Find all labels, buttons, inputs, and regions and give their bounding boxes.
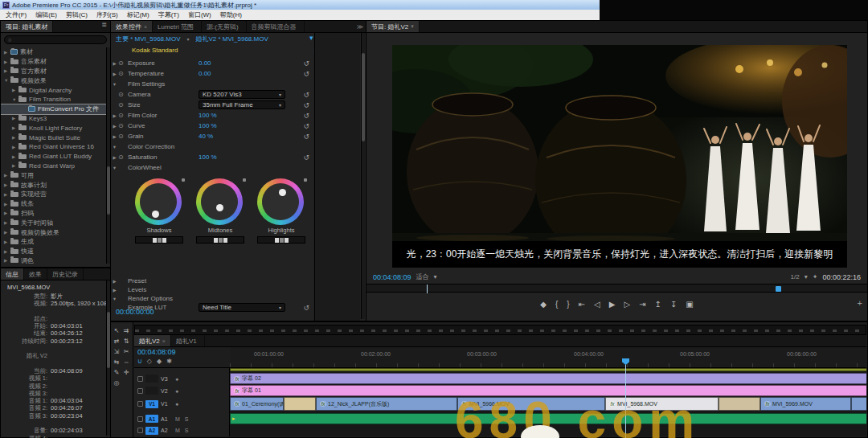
disclosure-caret-icon[interactable]: ▶ bbox=[4, 249, 10, 254]
track-name[interactable]: V2 bbox=[161, 388, 173, 394]
param-value[interactable]: 100 % bbox=[199, 112, 217, 119]
disclosure-caret-icon[interactable]: ▶ bbox=[4, 182, 10, 187]
bin-row[interactable]: ▼ Film Transition bbox=[1, 95, 106, 104]
param-value[interactable]: 0.00 bbox=[199, 70, 211, 77]
transport-button[interactable]: ◆ bbox=[540, 301, 547, 309]
stopwatch-icon[interactable]: ⊙ bbox=[118, 154, 128, 161]
effect-panel-tab[interactable]: Lumetri 范围 bbox=[153, 21, 202, 32]
effect-param-row[interactable]: ⊙ Size 35mm Full Frame ▾ ↺ bbox=[111, 100, 314, 110]
settings-wrench-icon[interactable]: ✦ bbox=[813, 273, 818, 280]
track-lock-icon[interactable] bbox=[137, 428, 143, 433]
disclosure-caret-icon[interactable]: ▶ bbox=[12, 116, 18, 121]
stopwatch-icon[interactable]: ⊙ bbox=[118, 101, 128, 108]
disclosure-caret-icon[interactable]: ▶ bbox=[12, 145, 18, 149]
tool-button[interactable]: ⇔ bbox=[121, 357, 131, 367]
menu-item[interactable]: 窗口(W) bbox=[188, 10, 211, 19]
effect-param-row[interactable]: ▶ ⊙ Film Color 100 % ↺ bbox=[111, 110, 314, 121]
bin-row[interactable]: ▶ 素材 bbox=[1, 47, 106, 57]
disclosure-caret-icon[interactable]: ▶ bbox=[4, 173, 10, 178]
bin-row[interactable]: FilmConvert Pro 文件 bbox=[1, 104, 106, 114]
effect-param-row[interactable]: ▶ ⊙ Grain 40 % ↺ bbox=[111, 131, 314, 141]
effect-param-row[interactable]: ▶ ⊙ Saturation 100 % ↺ bbox=[111, 152, 314, 162]
disclosure-caret-icon[interactable]: ▶ bbox=[4, 68, 10, 73]
timeline-toolbar-icon[interactable]: ∪ bbox=[137, 358, 142, 365]
playback-resolution-dropdown[interactable]: 1/2 bbox=[791, 273, 800, 280]
disclosure-caret-icon[interactable]: ▶ bbox=[4, 220, 10, 225]
disclosure-caret-icon[interactable]: ▶ bbox=[111, 72, 118, 76]
wheel-luma-slider[interactable] bbox=[196, 236, 244, 244]
menu-item[interactable]: 编辑(E) bbox=[35, 10, 57, 19]
bin-row[interactable]: ▶ Red Giant LUT Buddy bbox=[1, 152, 106, 162]
track-name[interactable]: A1 bbox=[161, 416, 173, 422]
reset-param-icon[interactable]: ↺ bbox=[303, 133, 309, 141]
wheel-luma-slider[interactable] bbox=[135, 236, 183, 244]
source-patch-button[interactable]: A2 bbox=[145, 427, 158, 435]
program-mini-timeline[interactable] bbox=[366, 284, 867, 293]
track-header-row[interactable]: V3 ● bbox=[134, 373, 230, 384]
effect-panel-tab[interactable]: 效果控件 × bbox=[111, 21, 153, 32]
dropdown-arrow-icon[interactable]: ▾ bbox=[279, 92, 281, 97]
transport-button[interactable]: ▶ bbox=[609, 301, 616, 309]
timeline-tracks-area[interactable]: fx 字幕 02 fx 字幕 01 fx 01_Ceremony(调色) bbox=[230, 368, 866, 436]
playhead-line[interactable] bbox=[625, 364, 626, 438]
disclosure-caret-icon[interactable]: ▶ bbox=[111, 61, 118, 66]
timeline-clip[interactable]: fx 字幕 02 bbox=[230, 373, 866, 384]
more-tabs-icon[interactable]: ≫ bbox=[357, 23, 363, 31]
project-search-input[interactable]: ○ bbox=[4, 35, 107, 44]
disclosure-caret-icon[interactable]: ▶ bbox=[4, 50, 10, 55]
disclosure-caret-icon[interactable]: ▶ bbox=[4, 211, 10, 215]
timeline-clip[interactable] bbox=[284, 397, 316, 411]
source-patch-button[interactable]: V1 bbox=[145, 400, 158, 408]
color-wheel-handle[interactable] bbox=[279, 189, 286, 196]
out-point-marker[interactable] bbox=[776, 286, 781, 292]
track-header-row[interactable]: V1 V1 ● bbox=[134, 397, 230, 411]
tool-button[interactable]: ⇆ bbox=[112, 357, 121, 367]
color-wheel-ring[interactable] bbox=[135, 178, 182, 225]
program-current-timecode[interactable]: 00:04:08:09 bbox=[373, 273, 411, 281]
disclosure-caret-icon[interactable]: ▶ bbox=[111, 134, 118, 139]
bin-row[interactable]: ▶ Red Giant Warp bbox=[1, 162, 106, 171]
chevron-down-icon[interactable]: ▾ bbox=[805, 273, 808, 280]
timeline-ruler[interactable]: 00:01:00:00 00:02:00:00 00:03:00:00 00:0… bbox=[230, 347, 866, 368]
reset-param-icon[interactable]: ↺ bbox=[303, 59, 309, 68]
effect-param-row[interactable]: ▶ Preset bbox=[111, 276, 314, 285]
disclosure-caret-icon[interactable]: ▶ bbox=[111, 155, 118, 160]
bin-row[interactable]: ▶ 官方素材 bbox=[1, 67, 106, 76]
effect-mini-timeline[interactable] bbox=[315, 33, 360, 321]
param-value[interactable]: KD 5207 Vis3 bbox=[203, 91, 242, 98]
reset-param-icon[interactable]: ↺ bbox=[303, 154, 309, 162]
track-lock-icon[interactable] bbox=[137, 388, 143, 394]
disclosure-caret-icon[interactable]: ▶ bbox=[4, 202, 10, 207]
preset-name[interactable]: Kodak Standard bbox=[132, 47, 178, 54]
disclosure-caret-icon[interactable]: ▶ bbox=[12, 88, 18, 92]
reset-param-icon[interactable]: ↺ bbox=[303, 70, 309, 78]
source-patch-button[interactable] bbox=[145, 375, 158, 383]
transport-button[interactable]: ▣ bbox=[686, 301, 693, 309]
disclosure-caret-icon[interactable]: ▶ bbox=[4, 59, 10, 64]
disclosure-caret-icon[interactable]: ▶ bbox=[4, 230, 10, 235]
menu-item[interactable]: 标记(M) bbox=[127, 10, 149, 19]
param-value[interactable]: Need Title bbox=[203, 304, 231, 311]
sequence-tab[interactable]: 婚礼V2 × bbox=[134, 335, 171, 346]
bin-row[interactable]: ▶ 关于时间轴 bbox=[1, 218, 106, 227]
disclosure-caret-icon[interactable]: ▼ bbox=[12, 97, 18, 102]
tab-program-monitor[interactable]: 节目: 婚礼V2 ▾ bbox=[366, 21, 420, 32]
timeline-clip[interactable]: fx 12_Nick_JLAPP(音乐版) bbox=[316, 397, 457, 411]
effect-param-row[interactable]: ▶ ⊙ Exposure 0.00 ↺ bbox=[111, 58, 314, 68]
color-wheel-handle[interactable] bbox=[216, 204, 223, 211]
mini-playhead[interactable] bbox=[427, 284, 428, 293]
reset-param-icon[interactable]: ↺ bbox=[303, 112, 309, 120]
transport-button[interactable]: } bbox=[567, 301, 569, 309]
bin-row[interactable]: ▶ Knoll Light Factory bbox=[1, 123, 106, 133]
effect-param-row[interactable]: ▼ Film Settings bbox=[111, 79, 314, 89]
track-header-row[interactable]: A2 A2 M S bbox=[134, 425, 230, 436]
track-toggle-icons[interactable]: ● bbox=[175, 388, 180, 394]
panel-menu-icon[interactable]: ≣ bbox=[101, 21, 110, 32]
disclosure-caret-icon[interactable]: ▼ bbox=[111, 297, 118, 301]
menu-item[interactable]: 文件(F) bbox=[6, 10, 27, 19]
bin-row[interactable]: ▶ 故事计划 bbox=[1, 180, 106, 190]
disclosure-caret-icon[interactable]: ▶ bbox=[111, 279, 118, 284]
effect-panel-tab[interactable]: 音频剪辑混合器 bbox=[247, 21, 305, 32]
transport-button[interactable]: ⇥ bbox=[639, 301, 645, 309]
wheel-reset-icon[interactable] bbox=[243, 178, 246, 182]
